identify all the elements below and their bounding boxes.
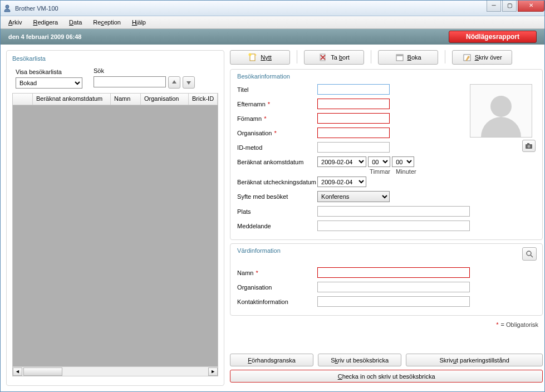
search-input[interactable] — [94, 76, 166, 87]
print-badge-button[interactable]: Skriv ut besöksbricka — [318, 354, 401, 366]
close-button[interactable]: ✕ — [518, 1, 544, 12]
place-input[interactable] — [317, 206, 470, 217]
arrival-label: Beräknat ankomstdatum — [237, 159, 317, 165]
minimize-button[interactable]: ─ — [487, 1, 501, 12]
message-input[interactable] — [317, 220, 470, 231]
person-icon — [479, 92, 523, 137]
host-org-label: Organisation — [237, 284, 317, 291]
photo-column — [470, 84, 536, 235]
host-org-input[interactable] — [317, 282, 470, 292]
scroll-thumb[interactable] — [23, 367, 62, 376]
bottom-buttons: Förhandsgranska Skriv ut besöksbricka Sk… — [230, 354, 543, 386]
detail-panel: Nytt Ta bort Boka Skriv över — [230, 50, 543, 386]
svg-point-9 — [528, 145, 531, 148]
checkin-print-button[interactable]: Checka in och skriv ut besöksbricka — [230, 370, 543, 383]
table-col-badge[interactable]: Brick-ID — [189, 94, 218, 105]
divider — [445, 50, 445, 63]
emergency-report-button[interactable]: Nödlägesrapport — [449, 31, 537, 43]
print-parking-button[interactable]: Skriv ut parkeringstillstånd — [406, 354, 543, 366]
purpose-select[interactable]: Konferens — [317, 191, 390, 202]
arrow-up-icon — [171, 80, 177, 85]
menu-data[interactable]: Data — [65, 17, 86, 27]
svg-point-0 — [6, 5, 9, 8]
host-contact-label: Kontaktinformation — [237, 298, 317, 305]
table-body[interactable] — [12, 105, 218, 367]
table-col-arrival[interactable]: Beräknat ankomstdatum — [33, 94, 111, 105]
search-label: Sök — [94, 67, 195, 74]
menu-hjalp[interactable]: Hjälp — [127, 17, 150, 27]
visitor-list-title: Besökarlista — [12, 55, 218, 62]
photo-placeholder — [470, 84, 532, 138]
window-title: Brother VM-100 — [15, 5, 542, 12]
firstname-label: Förnamn* — [237, 115, 317, 122]
svg-line-11 — [531, 255, 533, 257]
lastname-input[interactable] — [317, 99, 390, 109]
hours-label: Timmar — [370, 168, 390, 175]
visitor-info-title: Besökarinformation — [237, 73, 536, 80]
visitor-filter-select[interactable]: Bokad — [16, 77, 82, 89]
arrival-hour-select[interactable]: 00 — [368, 156, 390, 167]
arrival-minute-select[interactable]: 00 — [392, 156, 414, 167]
visitor-info-group: Besökarinformation Titel Efternamn* Förn… — [230, 69, 543, 240]
minutes-label: Minuter — [396, 168, 416, 175]
app-window: Brother VM-100 ─ ▢ ✕ Arkiv Redigera Data… — [0, 0, 545, 392]
org-label: Organisation* — [237, 130, 317, 136]
checkout-date-select[interactable]: 2009-02-04 — [317, 177, 366, 187]
firstname-input[interactable] — [317, 113, 390, 124]
menu-redigera[interactable]: Redigera — [28, 17, 62, 27]
delete-icon — [318, 53, 327, 62]
svg-rect-8 — [527, 143, 529, 145]
message-label: Meddelande — [237, 223, 317, 229]
idmethod-input[interactable] — [317, 142, 390, 153]
checkout-label: Beräknat utcheckningsdatum — [237, 179, 317, 185]
table-col-name[interactable]: Namn — [111, 94, 141, 105]
idmethod-label: ID-metod — [237, 144, 317, 151]
sort-up-button[interactable] — [168, 76, 180, 89]
visitor-list-panel: Besökarlista Visa besökarlista Bokad Sök — [6, 50, 224, 386]
show-list-label: Visa besökarlista — [16, 68, 82, 75]
app-icon — [3, 4, 12, 13]
date-bar: den 4 februari 2009 06:48 Nödlägesrappor… — [1, 29, 544, 45]
arrival-date-select[interactable]: 2009-02-04 — [317, 156, 366, 167]
org-input[interactable] — [317, 128, 390, 138]
host-info-title: Värdinformation — [237, 247, 536, 254]
overwrite-icon — [463, 53, 472, 62]
svg-point-10 — [527, 251, 531, 256]
book-button[interactable]: Boka — [378, 50, 438, 65]
delete-button[interactable]: Ta bort — [304, 50, 364, 65]
host-contact-input[interactable] — [317, 296, 470, 307]
camera-icon — [525, 143, 533, 149]
menu-arkiv[interactable]: Arkiv — [4, 17, 26, 27]
preview-button[interactable]: Förhandsgranska — [230, 354, 313, 366]
mandatory-note: *= Obligatorisk — [230, 321, 538, 328]
window-controls: ─ ▢ ✕ — [487, 1, 544, 12]
search-icon — [526, 250, 533, 258]
table-col-org[interactable]: Organisation — [141, 94, 189, 105]
scroll-right-button[interactable]: ► — [208, 367, 218, 376]
toolbar: Nytt Ta bort Boka Skriv över — [230, 50, 543, 65]
content: Besökarlista Visa besökarlista Bokad Sök — [1, 45, 544, 391]
scroll-left-button[interactable]: ◄ — [13, 367, 22, 376]
host-lookup-button[interactable] — [522, 247, 537, 261]
sort-down-button[interactable] — [183, 76, 195, 89]
table-col-blank[interactable] — [13, 94, 33, 105]
new-button[interactable]: Nytt — [230, 50, 290, 65]
overwrite-button[interactable]: Skriv över — [452, 50, 512, 65]
new-icon — [248, 53, 257, 62]
divider — [371, 50, 371, 63]
horiz-scrollbar[interactable]: ◄ ► — [12, 367, 218, 376]
divider — [297, 50, 297, 63]
place-label: Plats — [237, 208, 317, 215]
menu-reception[interactable]: Reception — [89, 17, 125, 27]
menubar: Arkiv Redigera Data Reception Hjälp — [1, 16, 544, 29]
purpose-label: Syfte med besöket — [237, 193, 317, 200]
title-input[interactable] — [317, 84, 390, 95]
host-name-label: Namn* — [237, 270, 317, 276]
svg-point-2 — [249, 53, 252, 56]
host-name-input[interactable] — [317, 267, 470, 278]
maximize-button[interactable]: ▢ — [502, 1, 517, 12]
titlebar: Brother VM-100 ─ ▢ ✕ — [1, 1, 544, 16]
camera-button[interactable] — [522, 140, 536, 152]
title-label: Titel — [237, 86, 317, 93]
svg-rect-5 — [396, 55, 403, 56]
